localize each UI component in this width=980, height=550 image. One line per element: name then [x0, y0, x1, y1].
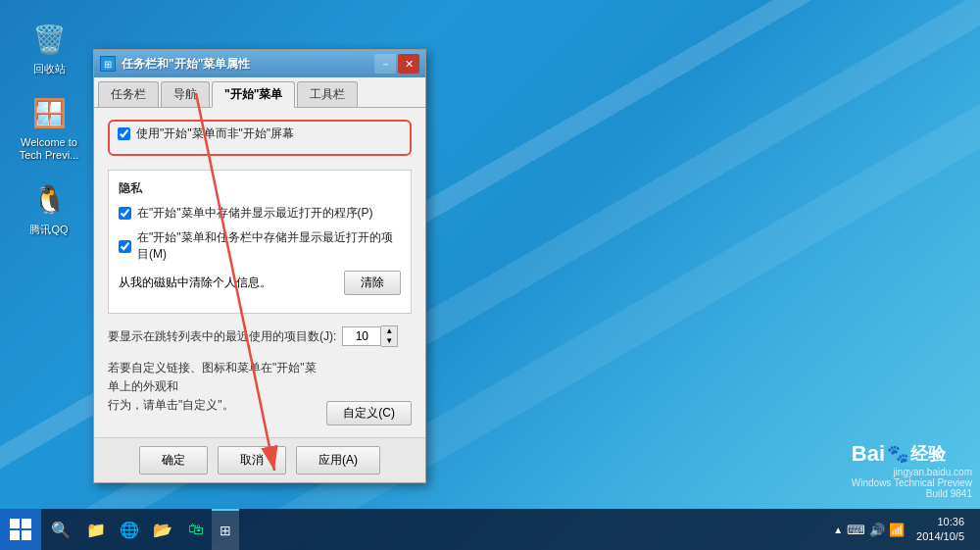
taskbar-icon-folder[interactable]: 📂 [147, 514, 178, 545]
customize-row: 若要自定义链接、图标和菜单在"开始"菜单上的外观和行为，请单击"自定义"。 自定… [108, 359, 412, 425]
dialog-title-icon: ⊞ [100, 56, 116, 72]
privacy-checkbox-row-2: 在"开始"菜单和任务栏中存储并显示最近打开的项目(M) [119, 229, 401, 263]
tab-nav[interactable]: 导航 [161, 81, 210, 107]
tray-expand-icon[interactable]: ▲ [833, 525, 843, 535]
cancel-button[interactable]: 取消 [218, 446, 286, 475]
recent-items-input[interactable] [342, 326, 381, 346]
desktop-icons-area: 🗑️ 回收站 🪟 Welcome to Tech Previ... 🐧 腾讯QQ [18, 20, 80, 236]
privacy-clear-row: 从我的磁贴中清除个人信息。 清除 [119, 271, 401, 295]
tray-volume-icon[interactable]: 🔊 [869, 523, 885, 537]
tab-toolbar[interactable]: 工具栏 [297, 81, 358, 107]
recent-items-label: 要显示在跳转列表中的最近使用的项目数(J): [108, 328, 336, 345]
recycle-bin-icon[interactable]: 🗑️ 回收站 [18, 20, 80, 75]
dialog-footer: 确定 取消 应用(A) [94, 437, 425, 482]
privacy-checkbox-row-1: 在"开始"菜单中存储并显示最近打开的程序(P) [119, 205, 401, 222]
dialog-titlebar[interactable]: ⊞ 任务栏和"开始"菜单属性 － ✕ [94, 50, 425, 77]
spinner-buttons: ▲ ▼ [381, 325, 398, 347]
taskbar-icon-explorer[interactable]: 📁 [80, 514, 112, 545]
clock-time: 10:36 [916, 515, 964, 529]
welcome-icon[interactable]: 🪟 Welcome to Tech Previ... [18, 93, 80, 162]
close-button[interactable]: ✕ [398, 54, 419, 74]
clock-date: 2014/10/5 [916, 529, 964, 544]
recent-items-row: 要显示在跳转列表中的最近使用的项目数(J): ▲ ▼ [108, 325, 412, 347]
tray-network-icon[interactable]: 📶 [889, 523, 905, 537]
taskbar-active-window[interactable]: ⊞ [212, 509, 239, 550]
privacy-checkbox-1[interactable] [119, 207, 131, 220]
privacy-label: 隐私 [119, 180, 401, 197]
privacy-checkbox-1-label: 在"开始"菜单中存储并显示最近打开的程序(P) [137, 205, 373, 222]
tray-icons-area: ▲ ⌨ 🔊 📶 [833, 523, 905, 537]
start-button[interactable] [0, 509, 41, 550]
clear-button[interactable]: 清除 [344, 271, 401, 295]
privacy-checkbox-2-label: 在"开始"菜单和任务栏中存储并显示最近打开的项目(M) [137, 229, 401, 263]
dialog-tabs: 任务栏 导航 "开始"菜单 工具栏 [94, 77, 425, 108]
ok-button[interactable]: 确定 [139, 446, 208, 475]
tray-keyboard-icon[interactable]: ⌨ [847, 523, 865, 537]
baidu-watermark: Bai 🐾 经验 jingyan.baidu.com Windows Techn… [852, 441, 972, 499]
build-info-text: Build 9841 [852, 488, 972, 499]
taskbar-icon-store[interactable]: 🛍 [180, 514, 212, 545]
dialog-title: 任务栏和"开始"菜单属性 [122, 56, 374, 73]
start-menu-highlight-box: 使用"开始"菜单而非"开始"屏幕 [108, 120, 412, 156]
start-menu-checkbox[interactable] [118, 127, 130, 140]
baidu-paw-icon: 🐾 [887, 443, 908, 465]
dialog-window: ⊞ 任务栏和"开始"菜单属性 － ✕ 任务栏 导航 "开始"菜单 工具栏 使用"… [93, 49, 426, 483]
search-icon[interactable]: 🔍 [45, 514, 76, 545]
dialog-content: 使用"开始"菜单而非"开始"屏幕 隐私 在"开始"菜单中存储并显示最近打开的程序… [94, 108, 425, 437]
taskbar-tray: ▲ ⌨ 🔊 📶 10:36 2014/10/5 [833, 515, 980, 545]
minimize-button[interactable]: － [374, 54, 396, 74]
privacy-checkbox-2[interactable] [119, 240, 131, 253]
dialog-controls: － ✕ [374, 54, 419, 74]
system-clock[interactable]: 10:36 2014/10/5 [908, 515, 972, 545]
windows-logo-icon [10, 519, 31, 540]
start-menu-checkbox-label: 使用"开始"菜单而非"开始"屏幕 [136, 125, 294, 142]
qq-icon[interactable]: 🐧 腾讯QQ [18, 180, 80, 236]
start-menu-checkbox-row: 使用"开始"菜单而非"开始"屏幕 [118, 125, 402, 142]
apply-button[interactable]: 应用(A) [296, 446, 380, 475]
clear-label: 从我的磁贴中清除个人信息。 [119, 275, 271, 291]
privacy-section: 隐私 在"开始"菜单中存储并显示最近打开的程序(P) 在"开始"菜单和任务栏中存… [108, 170, 412, 314]
customize-button[interactable]: 自定义(C) [326, 401, 412, 425]
win-info-text: jingyan.baidu.com [852, 467, 972, 477]
taskbar-icon-ie[interactable]: 🌐 [114, 514, 145, 545]
customize-text: 若要自定义链接、图标和菜单在"开始"菜单上的外观和行为，请单击"自定义"。 [108, 359, 326, 416]
desktop: 🗑️ 回收站 🪟 Welcome to Tech Previ... 🐧 腾讯QQ… [0, 0, 980, 550]
win-version-text: Windows Technical Preview [852, 477, 972, 488]
tab-start-menu[interactable]: "开始"菜单 [212, 81, 295, 108]
spinner-down[interactable]: ▼ [381, 336, 397, 346]
taskbar: 🔍 📁 🌐 📂 🛍 ⊞ ▲ ⌨ 🔊 📶 10:36 2014/10/5 [0, 509, 980, 550]
spinner-up[interactable]: ▲ [381, 326, 397, 336]
tab-taskbar[interactable]: 任务栏 [98, 81, 159, 107]
taskbar-pinned-icons: 📁 🌐 📂 🛍 [80, 514, 212, 545]
